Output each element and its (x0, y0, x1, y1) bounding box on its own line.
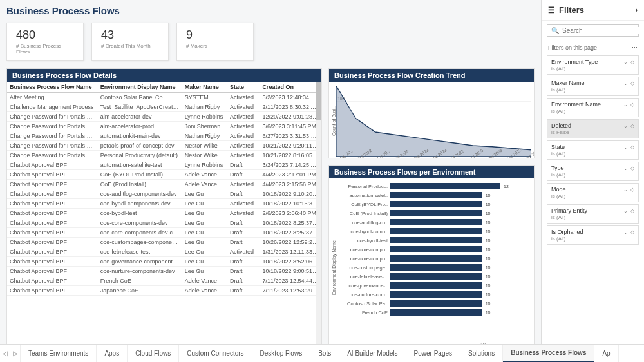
bar-row[interactable]: coe-febrelease-t.. 10 (336, 272, 531, 280)
tab-ap[interactable]: Ap (594, 345, 618, 362)
kpi-card[interactable]: 9 # Makers (176, 23, 254, 61)
bar-row[interactable]: coe-byodl-comp.. 10 (336, 227, 531, 235)
chevron-down-icon[interactable]: ⌄ (623, 208, 628, 214)
table-header[interactable]: Maker Name (182, 82, 227, 93)
tab-teams environments[interactable]: Teams Environments (21, 345, 97, 362)
tab-ai builder models[interactable]: AI Builder Models (339, 345, 406, 362)
bar-row[interactable]: CoE (BYOL Pro.. 10 (336, 200, 531, 208)
tab-power pages[interactable]: Power Pages (406, 345, 460, 362)
bar-row[interactable]: coe-nurture-com.. 10 (336, 291, 531, 298)
table-row[interactable]: Chatbot Approval BPFCoE (BYOL Prod Insta… (7, 170, 321, 180)
table-cell: 3/24/2023 7:14:25 AM (260, 160, 321, 170)
filter-card[interactable]: Type ⌄◇ is (All) (547, 162, 639, 181)
eraser-icon[interactable]: ◇ (630, 187, 634, 193)
filter-card[interactable]: Deleted ⌄◇ is False (547, 119, 639, 138)
tab-custom connectors[interactable]: Custom Connectors (179, 345, 252, 362)
eraser-icon[interactable]: ◇ (630, 123, 634, 129)
table-row[interactable]: Change Password for Portals Contactalm-a… (7, 122, 321, 131)
eraser-icon[interactable]: ◇ (630, 81, 634, 86)
table-row[interactable]: Challenge Management ProcessTest_Satilli… (7, 102, 321, 112)
bar-row[interactable]: coe-governance-.. 10 (336, 281, 531, 289)
bar-row[interactable]: coe-auditlog-co.. 10 (336, 218, 531, 226)
table-row[interactable]: Chatbot Approval BPFcoe-febrelease-testL… (7, 247, 321, 257)
filter-card[interactable]: State ⌄◇ is (All) (547, 140, 639, 160)
scrollbar-thumb[interactable] (316, 82, 321, 120)
eraser-icon[interactable]: ◇ (630, 208, 634, 214)
chevron-down-icon[interactable]: ⌄ (623, 123, 628, 129)
table-row[interactable]: Chatbot Approval BPFJapanese CoEAdele Va… (7, 286, 321, 296)
table-row[interactable]: Change Password for Portals ContactPerso… (7, 151, 321, 160)
chevron-down-icon[interactable]: ⌄ (623, 229, 628, 235)
tab-apps[interactable]: Apps (97, 345, 128, 362)
filter-card[interactable]: Primary Entity ⌄◇ is (All) (547, 204, 639, 224)
table-row[interactable]: Chatbot Approval BPFcoe-core-components-… (7, 228, 321, 238)
bar (390, 300, 482, 307)
tab-solutions[interactable]: Solutions (460, 345, 503, 362)
eraser-icon[interactable]: ◇ (630, 59, 634, 65)
table-cell: Chatbot Approval BPF (7, 276, 98, 286)
table-row[interactable]: Chatbot Approval BPFcoe-core-components-… (7, 218, 321, 228)
bar-row[interactable]: Personal Product.. 12 (336, 182, 531, 190)
tab-prev[interactable]: ◁ (0, 345, 10, 362)
table-row[interactable]: Chatbot Approval BPFcoe-auditlog-compone… (7, 189, 321, 199)
filter-search-input[interactable] (562, 27, 644, 34)
eraser-icon[interactable]: ◇ (630, 102, 634, 108)
tab-bots[interactable]: Bots (310, 345, 339, 362)
table-row[interactable]: Chatbot Approval BPFautomation-satellite… (7, 160, 321, 170)
table-row[interactable]: Chatbot Approval BPFcoe-byodl-testLee Gu… (7, 209, 321, 218)
bar-row[interactable]: French CoE 10 (336, 309, 531, 316)
filter-card[interactable]: Environment Type ⌄◇ is (All) (547, 55, 639, 75)
table-cell: alm-accelerator-prod (98, 122, 182, 131)
chevron-down-icon[interactable]: ⌄ (623, 187, 628, 193)
table-row[interactable]: Change Password for Portals Contactautom… (7, 131, 321, 141)
table-row[interactable]: Chatbot Approval BPFFrench CoEAdele Vanc… (7, 276, 321, 286)
filter-search[interactable]: 🔍 (547, 24, 639, 37)
tab-cloud flows[interactable]: Cloud Flows (128, 345, 179, 362)
chevron-down-icon[interactable]: ⌄ (623, 59, 628, 65)
bar-row[interactable]: automation-satel.. 10 (336, 191, 531, 199)
table-header[interactable]: Environment Display Name (98, 82, 182, 93)
eraser-icon[interactable]: ◇ (630, 229, 634, 235)
table-header[interactable]: State (227, 82, 260, 93)
chevron-right-icon[interactable]: › (636, 6, 638, 14)
bar-row[interactable]: coe-core-compo.. 10 (336, 245, 531, 253)
eraser-icon[interactable]: ◇ (630, 144, 634, 150)
tab-next[interactable]: ▷ (10, 345, 21, 362)
chevron-down-icon[interactable]: ⌄ (623, 81, 628, 86)
table-row[interactable]: Chatbot Approval BPFcoe-governance-compo… (7, 257, 321, 267)
bar-row[interactable]: CoE (Prod Install) 10 (336, 209, 531, 217)
table-row[interactable]: Chatbot Approval BPFcoe-byodl-components… (7, 199, 321, 209)
filter-card[interactable]: Maker Name ⌄◇ is (All) (547, 77, 639, 96)
table-row[interactable]: Chatbot Approval BPFCoE (Prod Install)Ad… (7, 180, 321, 189)
filter-card[interactable]: Mode ⌄◇ is (All) (547, 183, 639, 202)
kpi-card[interactable]: 480 # Business Process Flows (6, 23, 84, 61)
table-header[interactable]: Business Process Flow Name (7, 82, 98, 93)
env-bar-chart[interactable]: Personal Product.. 12 automation-satel..… (336, 182, 531, 342)
details-table[interactable]: Business Process Flow NameEnvironment Di… (7, 82, 321, 296)
trend-chart[interactable]: 100 (336, 86, 531, 157)
scrollbar-track[interactable] (316, 82, 321, 356)
bar-row[interactable]: coe-byodl-test 10 (336, 236, 531, 244)
tab-desktop flows[interactable]: Desktop Flows (252, 345, 311, 362)
kpi-value: 43 (101, 28, 159, 42)
chevron-down-icon[interactable]: ⌄ (623, 102, 628, 108)
table-row[interactable]: After MeetingContoso Solar Panel Co.SYST… (7, 93, 321, 102)
filter-card[interactable]: Environment Name ⌄◇ is (All) (547, 98, 639, 117)
chevron-down-icon[interactable]: ⌄ (623, 144, 628, 150)
table-row[interactable]: Change Password for Portals Contactalm-a… (7, 112, 321, 122)
table-row[interactable]: Change Password for Portals Contactpctoo… (7, 141, 321, 151)
bar (390, 282, 482, 289)
kpi-card[interactable]: 43 # Created This Month (91, 23, 169, 61)
bar-row[interactable]: coe-custompage.. 10 (336, 263, 531, 271)
table-row[interactable]: Chatbot Approval BPFcoe-custompages-comp… (7, 238, 321, 247)
bar-row[interactable]: Contoso Solar Pa.. 10 (336, 300, 531, 307)
chevron-down-icon[interactable]: ⌄ (623, 166, 628, 171)
table-cell: Change Password for Portals Contact (7, 122, 98, 131)
bar-row[interactable]: coe-core-compo.. 10 (336, 254, 531, 262)
tab-business process flows[interactable]: Business Process Flows (503, 345, 594, 362)
table-row[interactable]: Chatbot Approval BPFcoe-nurture-componen… (7, 267, 321, 276)
table-header[interactable]: Created On (260, 82, 321, 93)
more-icon[interactable]: ⋯ (632, 44, 638, 51)
filter-card[interactable]: Is Orphaned ⌄◇ is (All) (547, 225, 639, 245)
eraser-icon[interactable]: ◇ (630, 166, 634, 171)
